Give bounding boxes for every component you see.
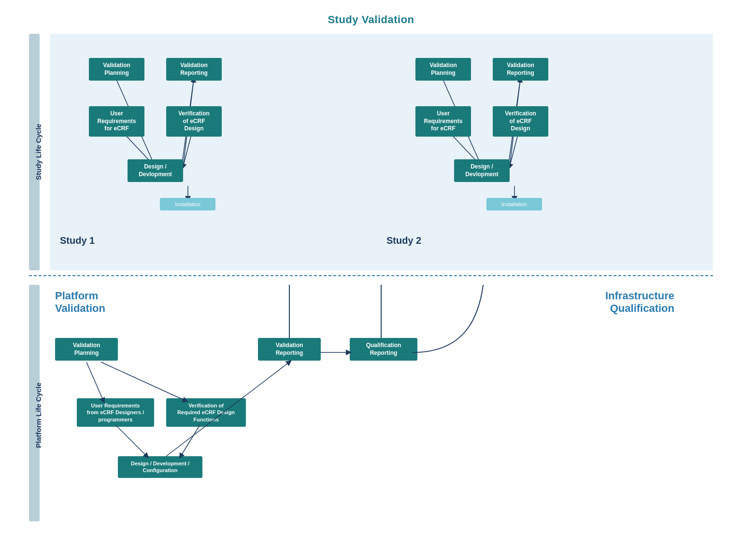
top-section: Study Life Cycle Study 1 xyxy=(29,34,713,270)
svg-line-16 xyxy=(181,425,200,456)
platform-user-requirements: User Requirementsfrom eCRF Designers /pr… xyxy=(77,398,154,427)
bottom-content: PlatformValidation InfrastructureQualifi… xyxy=(50,285,713,546)
svg-line-15 xyxy=(115,425,147,456)
study2-design-dev: Design /Devlopment xyxy=(454,159,510,182)
study1-block: Study 1 xyxy=(60,48,377,261)
study2-label: Study 2 xyxy=(386,235,421,246)
study2-validation-planning: ValidationPlanning xyxy=(415,58,471,81)
main-title: Study Validation xyxy=(0,0,742,26)
top-background: Study 1 xyxy=(50,34,713,270)
study1-installation: Installation xyxy=(160,198,215,210)
study-lifecycle-label: Study Life Cycle xyxy=(29,34,47,270)
study2-installation: Installation xyxy=(486,198,542,210)
svg-line-14 xyxy=(101,362,186,401)
study1-design-dev: Design /Devlopment xyxy=(128,159,183,182)
page-container: Study Validation Study Life Cycle Study … xyxy=(0,0,742,560)
study2-validation-reporting: ValidationReporting xyxy=(493,58,548,81)
study1-user-requirements: UserRequirementsfor eCRF xyxy=(89,106,144,137)
section-divider xyxy=(29,275,713,276)
study1-verification: Verificationof eCRFDesign xyxy=(166,106,222,137)
svg-line-13 xyxy=(86,362,103,401)
platform-label: PlatformValidation xyxy=(55,290,105,315)
study1-label: Study 1 xyxy=(60,235,95,246)
study2-user-requirements: UserRequirementsfor eCRF xyxy=(415,106,471,137)
bottom-section: Platform Life Cycle xyxy=(29,285,713,546)
study2-verification: Verificationof eCRFDesign xyxy=(493,106,548,137)
platform-verification: Verification ofRequired eCRF DesignFunct… xyxy=(166,398,246,427)
platform-design-dev: Design / Development /Configuration xyxy=(118,456,202,478)
platform-lifecycle-label: Platform Life Cycle xyxy=(29,285,47,546)
study2-block: Study 2 ValidationPlanning Validati xyxy=(386,48,703,261)
study1-validation-planning: ValidationPlanning xyxy=(89,58,144,81)
qualification-reporting: QualificationReporting xyxy=(350,338,417,361)
platform-validation-reporting: ValidationReporting xyxy=(258,338,321,361)
study1-validation-reporting: ValidationReporting xyxy=(166,58,222,81)
infrastructure-label: InfrastructureQualification xyxy=(605,290,674,315)
platform-validation-planning: ValidationPlanning xyxy=(55,338,118,361)
